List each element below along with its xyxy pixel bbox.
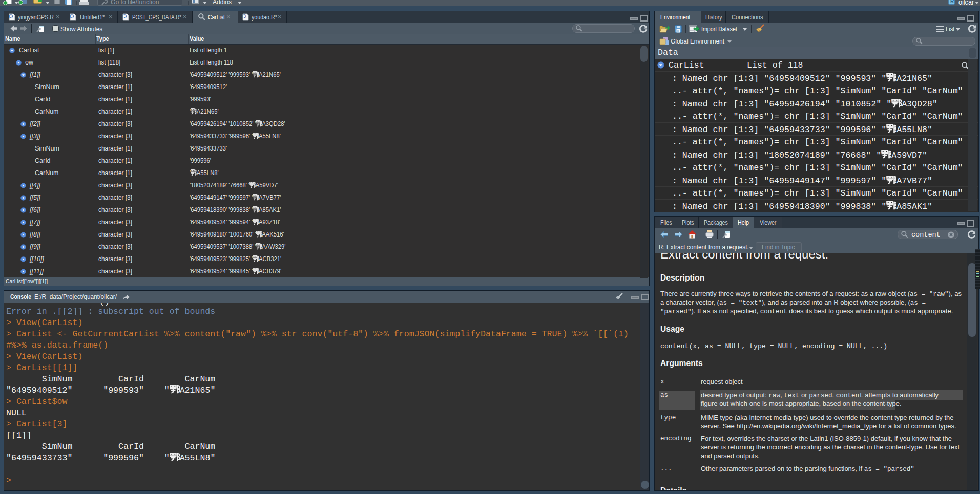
svg-text:R: R	[123, 14, 126, 19]
svg-text:R: R	[9, 14, 12, 19]
svg-text:R: R	[243, 14, 246, 19]
svg-text:R: R	[70, 14, 73, 19]
